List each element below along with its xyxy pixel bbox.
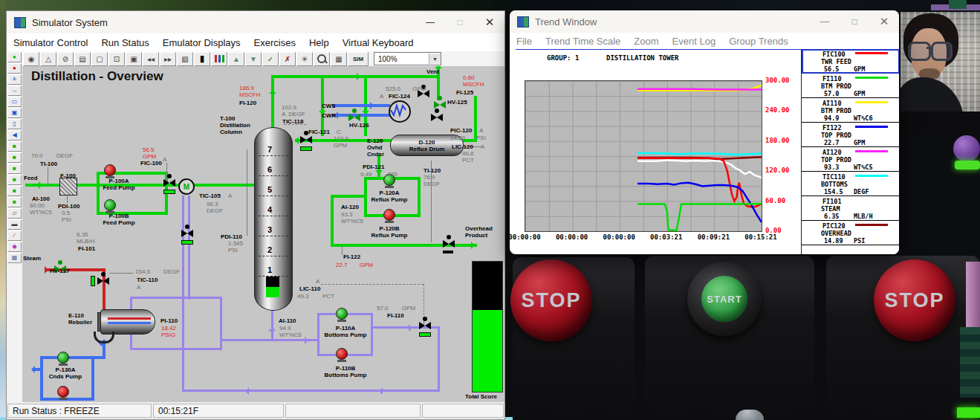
side-swap-icon[interactable]: ↔ xyxy=(7,85,22,96)
minimize-icon[interactable]: — xyxy=(810,11,840,32)
side-run-icon[interactable]: ● xyxy=(7,52,22,62)
trend-legend-row[interactable]: FI110BTM PROD57.0GPM xyxy=(802,74,899,98)
side-display-3-icon[interactable]: ▯ xyxy=(7,119,22,129)
trend-plot[interactable] xyxy=(525,80,762,232)
toolbar-doc-alert-icon[interactable]: ▤ xyxy=(74,52,91,66)
toolbar-doc-image-icon[interactable]: ▣ xyxy=(126,52,142,66)
valve-tic110[interactable] xyxy=(97,276,109,286)
pump-p110a[interactable] xyxy=(336,308,348,320)
menu-simulator-control[interactable]: Simulator Control xyxy=(7,37,94,48)
trend-legend-row[interactable]: FI122TOP PROD22.7GPM xyxy=(802,123,899,147)
side-audio-icon[interactable]: ◀ xyxy=(7,130,22,140)
side-save-icon[interactable]: ▦ xyxy=(7,253,22,263)
side-graphic-6-icon[interactable]: ■ xyxy=(7,197,22,207)
pump-p130a[interactable] xyxy=(57,352,69,364)
pump-p120b[interactable] xyxy=(383,209,395,221)
overhead-condenser[interactable] xyxy=(389,100,411,123)
side-graphic-5-icon[interactable]: ■ xyxy=(7,186,22,196)
pen-tag: FI101 xyxy=(822,198,842,205)
window-title: Simulator System xyxy=(32,17,415,28)
trend-legend-row[interactable]: AI110BTM PROD94.9WT%C6 xyxy=(802,98,899,123)
trend-legend-row[interactable] xyxy=(802,245,899,254)
toolbar-doc-save-icon[interactable]: ⊡ xyxy=(108,52,125,66)
side-marker-icon[interactable]: ∕ xyxy=(7,230,22,241)
feed-preheat-exchanger[interactable]: M xyxy=(178,178,195,195)
menu-zoom[interactable]: Zoom xyxy=(627,36,665,47)
valve-hv126[interactable] xyxy=(348,112,360,123)
valve-fic121[interactable] xyxy=(300,135,312,145)
menu-exercises[interactable]: Exercises xyxy=(247,37,302,48)
side-snowflake-icon[interactable]: ✳ xyxy=(7,74,22,85)
close-icon[interactable]: ✕ xyxy=(475,12,504,33)
tray-line xyxy=(259,236,288,236)
equipment-part xyxy=(423,317,427,321)
valve-pic120[interactable] xyxy=(431,112,443,123)
side-graphic-3-icon[interactable]: ■ xyxy=(7,164,22,174)
toolbar-up-icon[interactable]: ▲ xyxy=(228,52,244,66)
stop-button-left[interactable]: STOP xyxy=(510,259,592,341)
menu-virtual-keyboard[interactable]: Virtual Keyboard xyxy=(336,37,421,48)
valve-hv125[interactable] xyxy=(434,100,446,110)
trend-titlebar[interactable]: Trend Window — □ ✕ xyxy=(510,10,899,33)
diagram-label: TI-100 xyxy=(40,161,57,167)
diagram-label: PSI xyxy=(388,171,397,178)
side-copy-icon[interactable]: ▱ xyxy=(7,208,22,219)
side-graphic-4-icon[interactable]: ■ xyxy=(7,175,22,185)
menu-help[interactable]: Help xyxy=(302,37,336,48)
toolbar-plant-icon[interactable]: ◉ xyxy=(23,52,39,66)
equipment-part xyxy=(57,352,69,364)
zoom-dropdown[interactable]: 100% ▼ xyxy=(374,52,441,65)
side-graphic-2-icon[interactable]: ■ xyxy=(7,152,22,163)
valve-fi122[interactable] xyxy=(443,239,455,249)
side-graphic-1-icon[interactable]: ■ xyxy=(7,141,22,152)
pump-p130b[interactable] xyxy=(57,386,69,398)
start-button[interactable]: START xyxy=(701,276,747,322)
pen-tag: FI122 xyxy=(822,124,842,132)
toolbar-trend-bars-icon[interactable] xyxy=(211,52,227,66)
trend-legend-row[interactable]: FI101STEAM6.35MLB/H xyxy=(802,196,899,221)
toolbar-alarm-icon[interactable]: △ xyxy=(40,52,56,66)
menu-trend-time-scale[interactable]: Trend Time Scale xyxy=(539,36,627,47)
close-icon[interactable]: ✕ xyxy=(869,11,899,32)
trend-legend-row[interactable]: FIC100TWR FEED56.5GPM xyxy=(802,49,899,74)
simulator-titlebar[interactable]: Simulator System — □ ✕ xyxy=(7,11,504,34)
diagram-title: Distillation - Overview xyxy=(31,69,163,84)
side-palette-icon[interactable]: ◆ xyxy=(7,242,22,252)
toolbar-check-icon[interactable]: ✓ xyxy=(262,52,279,66)
side-display-2-icon[interactable]: ▣ xyxy=(7,108,22,118)
maximize-icon[interactable]: □ xyxy=(445,12,475,33)
toolbar-cross-icon[interactable]: ✗ xyxy=(279,52,296,66)
menu-event-log[interactable]: Event Log xyxy=(666,36,723,47)
maximize-icon[interactable]: □ xyxy=(840,11,869,32)
valve-tic105[interactable] xyxy=(181,228,193,239)
stop-button-right[interactable]: STOP xyxy=(874,259,955,341)
menu-run-status[interactable]: Run Status xyxy=(94,37,155,48)
menu-emulator-displays[interactable]: Emulator Displays xyxy=(156,37,247,48)
trend-legend-row[interactable]: PIC120OVERHEAD14.89PSI xyxy=(802,221,899,245)
minimize-icon[interactable]: — xyxy=(415,12,445,33)
valve-fi110[interactable] xyxy=(419,320,431,331)
toolbar-doc-icon[interactable]: ▢ xyxy=(91,52,108,66)
toolbar-rewind-icon[interactable]: ◂◂ xyxy=(143,52,159,66)
toolbar-search-icon[interactable] xyxy=(314,52,330,66)
menu-group-trends[interactable]: Group Trends xyxy=(722,36,795,47)
toolbar-keys-icon[interactable]: ✳ xyxy=(296,52,313,66)
toolbar-screen-icon[interactable]: ▮ xyxy=(194,52,210,66)
pump-p100a[interactable] xyxy=(104,164,116,176)
trend-legend-row[interactable]: AI120TOP PROD93.3WT%C5 xyxy=(802,147,899,172)
trend-legend-row[interactable]: TIC110BOTTOMS154.5DEGF xyxy=(802,172,899,196)
pump-p110b[interactable] xyxy=(336,348,348,360)
side-freeze-icon[interactable]: ● xyxy=(7,63,22,74)
toolbar-forward-icon[interactable]: ▸▸ xyxy=(160,52,176,66)
diagram-label: GPM xyxy=(360,262,373,268)
toolbar-doc-ok-icon[interactable]: ▧ xyxy=(177,52,193,66)
menu-file[interactable]: File xyxy=(510,36,539,47)
toolbar-down-icon[interactable]: ▼ xyxy=(245,52,262,66)
pump-p100b[interactable] xyxy=(104,199,116,211)
toolbar-alarm-ack-icon[interactable]: ⊘ xyxy=(57,52,74,66)
side-display-1-icon[interactable]: ▭ xyxy=(7,97,22,107)
valve-fic100[interactable] xyxy=(163,178,175,188)
side-panel-icon[interactable]: ▬ xyxy=(7,219,22,230)
toolbar-sim-icon[interactable]: SIM xyxy=(348,52,369,66)
toolbar-keyboard-icon[interactable]: ▦ xyxy=(331,52,347,66)
